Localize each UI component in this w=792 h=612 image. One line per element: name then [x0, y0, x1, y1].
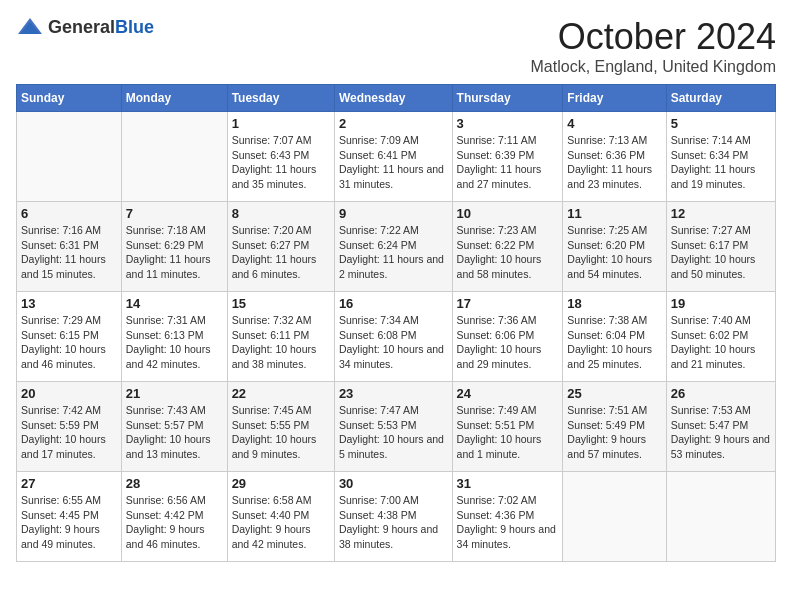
- cell-content: Sunrise: 7:09 AM Sunset: 6:41 PM Dayligh…: [339, 133, 448, 192]
- cell-content: Sunrise: 7:18 AM Sunset: 6:29 PM Dayligh…: [126, 223, 223, 282]
- cell-content: Sunrise: 7:31 AM Sunset: 6:13 PM Dayligh…: [126, 313, 223, 372]
- day-header-friday: Friday: [563, 85, 666, 112]
- cell-content: Sunrise: 7:38 AM Sunset: 6:04 PM Dayligh…: [567, 313, 661, 372]
- day-number: 13: [21, 296, 117, 311]
- cell-content: Sunrise: 6:55 AM Sunset: 4:45 PM Dayligh…: [21, 493, 117, 552]
- calendar-cell: 7Sunrise: 7:18 AM Sunset: 6:29 PM Daylig…: [121, 202, 227, 292]
- location-text: Matlock, England, United Kingdom: [531, 58, 776, 76]
- calendar-cell: 13Sunrise: 7:29 AM Sunset: 6:15 PM Dayli…: [17, 292, 122, 382]
- calendar-cell: 26Sunrise: 7:53 AM Sunset: 5:47 PM Dayli…: [666, 382, 775, 472]
- calendar-cell: 5Sunrise: 7:14 AM Sunset: 6:34 PM Daylig…: [666, 112, 775, 202]
- day-number: 18: [567, 296, 661, 311]
- calendar-week-row: 1Sunrise: 7:07 AM Sunset: 6:43 PM Daylig…: [17, 112, 776, 202]
- day-header-thursday: Thursday: [452, 85, 563, 112]
- cell-content: Sunrise: 7:25 AM Sunset: 6:20 PM Dayligh…: [567, 223, 661, 282]
- cell-content: Sunrise: 7:53 AM Sunset: 5:47 PM Dayligh…: [671, 403, 771, 462]
- day-number: 24: [457, 386, 559, 401]
- cell-content: Sunrise: 7:43 AM Sunset: 5:57 PM Dayligh…: [126, 403, 223, 462]
- calendar-cell: 21Sunrise: 7:43 AM Sunset: 5:57 PM Dayli…: [121, 382, 227, 472]
- calendar-cell: 24Sunrise: 7:49 AM Sunset: 5:51 PM Dayli…: [452, 382, 563, 472]
- cell-content: Sunrise: 7:00 AM Sunset: 4:38 PM Dayligh…: [339, 493, 448, 552]
- cell-content: Sunrise: 7:14 AM Sunset: 6:34 PM Dayligh…: [671, 133, 771, 192]
- day-number: 15: [232, 296, 330, 311]
- calendar-cell: [17, 112, 122, 202]
- cell-content: Sunrise: 7:32 AM Sunset: 6:11 PM Dayligh…: [232, 313, 330, 372]
- calendar-cell: 9Sunrise: 7:22 AM Sunset: 6:24 PM Daylig…: [334, 202, 452, 292]
- calendar-cell: 6Sunrise: 7:16 AM Sunset: 6:31 PM Daylig…: [17, 202, 122, 292]
- calendar-week-row: 20Sunrise: 7:42 AM Sunset: 5:59 PM Dayli…: [17, 382, 776, 472]
- cell-content: Sunrise: 6:56 AM Sunset: 4:42 PM Dayligh…: [126, 493, 223, 552]
- day-number: 14: [126, 296, 223, 311]
- month-title: October 2024: [531, 16, 776, 58]
- title-block: October 2024 Matlock, England, United Ki…: [531, 16, 776, 76]
- day-number: 27: [21, 476, 117, 491]
- cell-content: Sunrise: 7:51 AM Sunset: 5:49 PM Dayligh…: [567, 403, 661, 462]
- calendar-cell: 30Sunrise: 7:00 AM Sunset: 4:38 PM Dayli…: [334, 472, 452, 562]
- calendar-week-row: 13Sunrise: 7:29 AM Sunset: 6:15 PM Dayli…: [17, 292, 776, 382]
- calendar-cell: 19Sunrise: 7:40 AM Sunset: 6:02 PM Dayli…: [666, 292, 775, 382]
- day-header-wednesday: Wednesday: [334, 85, 452, 112]
- day-number: 1: [232, 116, 330, 131]
- cell-content: Sunrise: 6:58 AM Sunset: 4:40 PM Dayligh…: [232, 493, 330, 552]
- day-number: 28: [126, 476, 223, 491]
- calendar-table: SundayMondayTuesdayWednesdayThursdayFrid…: [16, 84, 776, 562]
- day-number: 3: [457, 116, 559, 131]
- cell-content: Sunrise: 7:36 AM Sunset: 6:06 PM Dayligh…: [457, 313, 559, 372]
- day-header-saturday: Saturday: [666, 85, 775, 112]
- day-number: 2: [339, 116, 448, 131]
- calendar-cell: 17Sunrise: 7:36 AM Sunset: 6:06 PM Dayli…: [452, 292, 563, 382]
- calendar-cell: 20Sunrise: 7:42 AM Sunset: 5:59 PM Dayli…: [17, 382, 122, 472]
- logo-blue-text: Blue: [115, 17, 154, 37]
- calendar-cell: 15Sunrise: 7:32 AM Sunset: 6:11 PM Dayli…: [227, 292, 334, 382]
- day-number: 6: [21, 206, 117, 221]
- cell-content: Sunrise: 7:45 AM Sunset: 5:55 PM Dayligh…: [232, 403, 330, 462]
- day-number: 26: [671, 386, 771, 401]
- day-number: 11: [567, 206, 661, 221]
- cell-content: Sunrise: 7:42 AM Sunset: 5:59 PM Dayligh…: [21, 403, 117, 462]
- cell-content: Sunrise: 7:40 AM Sunset: 6:02 PM Dayligh…: [671, 313, 771, 372]
- calendar-cell: 27Sunrise: 6:55 AM Sunset: 4:45 PM Dayli…: [17, 472, 122, 562]
- calendar-cell: 23Sunrise: 7:47 AM Sunset: 5:53 PM Dayli…: [334, 382, 452, 472]
- day-number: 10: [457, 206, 559, 221]
- day-header-monday: Monday: [121, 85, 227, 112]
- day-number: 23: [339, 386, 448, 401]
- calendar-cell: 29Sunrise: 6:58 AM Sunset: 4:40 PM Dayli…: [227, 472, 334, 562]
- day-number: 19: [671, 296, 771, 311]
- cell-content: Sunrise: 7:29 AM Sunset: 6:15 PM Dayligh…: [21, 313, 117, 372]
- calendar-cell: 25Sunrise: 7:51 AM Sunset: 5:49 PM Dayli…: [563, 382, 666, 472]
- calendar-cell: 18Sunrise: 7:38 AM Sunset: 6:04 PM Dayli…: [563, 292, 666, 382]
- day-number: 5: [671, 116, 771, 131]
- day-number: 25: [567, 386, 661, 401]
- day-number: 17: [457, 296, 559, 311]
- calendar-week-row: 27Sunrise: 6:55 AM Sunset: 4:45 PM Dayli…: [17, 472, 776, 562]
- calendar-week-row: 6Sunrise: 7:16 AM Sunset: 6:31 PM Daylig…: [17, 202, 776, 292]
- calendar-cell: 1Sunrise: 7:07 AM Sunset: 6:43 PM Daylig…: [227, 112, 334, 202]
- calendar-cell: 31Sunrise: 7:02 AM Sunset: 4:36 PM Dayli…: [452, 472, 563, 562]
- calendar-cell: 16Sunrise: 7:34 AM Sunset: 6:08 PM Dayli…: [334, 292, 452, 382]
- day-header-sunday: Sunday: [17, 85, 122, 112]
- page-header: GeneralBlue October 2024 Matlock, Englan…: [16, 16, 776, 76]
- calendar-cell: 11Sunrise: 7:25 AM Sunset: 6:20 PM Dayli…: [563, 202, 666, 292]
- cell-content: Sunrise: 7:16 AM Sunset: 6:31 PM Dayligh…: [21, 223, 117, 282]
- calendar-cell: 4Sunrise: 7:13 AM Sunset: 6:36 PM Daylig…: [563, 112, 666, 202]
- calendar-cell: 3Sunrise: 7:11 AM Sunset: 6:39 PM Daylig…: [452, 112, 563, 202]
- calendar-cell: 2Sunrise: 7:09 AM Sunset: 6:41 PM Daylig…: [334, 112, 452, 202]
- day-number: 9: [339, 206, 448, 221]
- cell-content: Sunrise: 7:07 AM Sunset: 6:43 PM Dayligh…: [232, 133, 330, 192]
- day-number: 22: [232, 386, 330, 401]
- calendar-cell: 12Sunrise: 7:27 AM Sunset: 6:17 PM Dayli…: [666, 202, 775, 292]
- logo-icon: [16, 16, 44, 38]
- cell-content: Sunrise: 7:13 AM Sunset: 6:36 PM Dayligh…: [567, 133, 661, 192]
- day-number: 16: [339, 296, 448, 311]
- day-header-tuesday: Tuesday: [227, 85, 334, 112]
- calendar-cell: [121, 112, 227, 202]
- day-number: 20: [21, 386, 117, 401]
- cell-content: Sunrise: 7:34 AM Sunset: 6:08 PM Dayligh…: [339, 313, 448, 372]
- calendar-cell: 8Sunrise: 7:20 AM Sunset: 6:27 PM Daylig…: [227, 202, 334, 292]
- logo: GeneralBlue: [16, 16, 154, 38]
- calendar-cell: [666, 472, 775, 562]
- cell-content: Sunrise: 7:27 AM Sunset: 6:17 PM Dayligh…: [671, 223, 771, 282]
- cell-content: Sunrise: 7:23 AM Sunset: 6:22 PM Dayligh…: [457, 223, 559, 282]
- calendar-cell: 14Sunrise: 7:31 AM Sunset: 6:13 PM Dayli…: [121, 292, 227, 382]
- cell-content: Sunrise: 7:49 AM Sunset: 5:51 PM Dayligh…: [457, 403, 559, 462]
